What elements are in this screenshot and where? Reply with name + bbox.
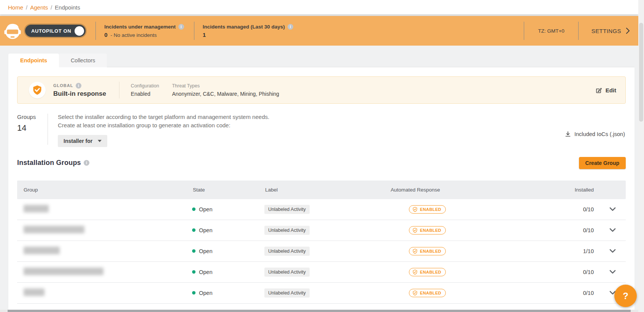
state-text: Open [199,227,212,233]
stat-label: Incidents under management [104,24,176,30]
builtin-response-card: GLOBAL i Built-in response Configuration… [17,76,626,104]
builtin-response-title: Built-in response [53,90,106,98]
redacted-group-name [24,226,84,233]
autopilot-banner: AUTOPILOT ON Incidents under management … [0,16,638,46]
table-row[interactable]: Open Unlabeled Activity ENABLED 0/10 [17,283,626,304]
state-open-dot [192,207,196,211]
included-iocs-download-link[interactable]: Included IoCs (.json) [565,121,625,147]
shield-check-icon [412,228,418,233]
label-chip: Unlabeled Activity [264,205,310,214]
chevron-down-icon[interactable] [599,228,626,232]
label-chip: Unlabeled Activity [264,226,310,235]
breadcrumb: Home / Agents / Endpoints [0,0,638,14]
groups-summary-section: Groups 14 Select the installer according… [17,113,626,147]
state-open-dot [192,291,196,295]
timezone-selector[interactable]: TZ: GMT+0 [524,22,578,40]
groups-count: 14 [17,123,48,133]
info-icon[interactable]: i [178,24,184,30]
configuration-field: Configuration Enabled [131,83,159,97]
settings-button[interactable]: SETTINGS [579,27,638,34]
stat-suffix: - No active incidents [110,32,157,38]
table-header-row: Group State Label Automated Response Ins… [17,181,626,199]
shield-check-icon [412,249,418,254]
installation-groups-table: Group State Label Automated Response Ins… [17,181,626,304]
help-button[interactable]: ? [614,285,637,307]
info-icon[interactable]: i [288,24,293,30]
create-group-button[interactable]: Create Group [579,157,626,169]
shield-check-icon [412,290,418,296]
banner-divider [194,22,194,40]
installer-for-dropdown[interactable]: Installer for [58,135,107,147]
table-row[interactable]: Open Unlabeled Activity ENABLED 0/10 [17,199,626,220]
redacted-group-name [24,205,49,212]
installation-groups-header: Installation Groups i Create Group [17,157,626,169]
table-row[interactable]: Open Unlabeled Activity ENABLED 0/10 [17,262,626,283]
automated-response-badge: ENABLED [409,289,446,297]
chevron-down-icon[interactable] [599,249,626,253]
info-icon[interactable]: i [76,83,81,89]
ioc-link-label: Included IoCs (.json) [574,131,625,137]
installed-count: 0/10 [561,227,599,233]
stat-value: 0 [104,32,107,38]
field-label: Threat Types [172,83,279,89]
automated-response-text: ENABLED [420,207,441,212]
info-icon[interactable]: i [84,160,89,166]
installed-count: 0/10 [561,206,599,212]
column-header-automated-response: Automated Response [390,187,561,193]
page-root: Home / Agents / Endpoints AUTOPILOT ON I… [0,0,644,312]
field-value: Anonymizer, C&C, Malware, Mining, Phishi… [172,91,279,97]
installer-description: Select the installer according to the ta… [58,113,271,130]
state-open-dot [192,249,196,253]
horizontal-scrollbar-thumb[interactable] [8,310,631,312]
settings-label: SETTINGS [592,28,621,34]
autopilot-toggle[interactable]: AUTOPILOT ON [25,25,86,37]
state-text: Open [199,248,212,254]
breadcrumb-separator: / [51,4,52,11]
chevron-down-icon[interactable] [599,207,626,211]
breadcrumb-agents-link[interactable]: Agents [30,4,48,11]
groups-divider [48,114,48,145]
table-row[interactable]: Open Unlabeled Activity ENABLED 1/10 [17,241,626,262]
column-header-installed: Installed [561,187,599,193]
state-open-dot [192,270,196,274]
stat-value: 1 [203,32,206,38]
column-header-label: Label [264,187,390,193]
caret-down-icon [98,140,102,142]
redacted-group-name [24,247,60,254]
breadcrumb-current-page: Endpoints [55,4,80,11]
autopilot-toggle-label: AUTOPILOT ON [31,28,71,34]
table-row[interactable]: Open Unlabeled Activity ENABLED 0/10 [17,220,626,241]
automated-response-badge: ENABLED [409,247,446,255]
toggle-knob [75,26,84,36]
automated-response-text: ENABLED [420,249,441,253]
state-text: Open [199,206,212,212]
banner-divider [95,22,96,40]
stat-incidents-managed: Incidents managed (Last 30 days) i 1 [203,24,293,38]
breadcrumb-separator: / [26,4,27,11]
tab-collectors[interactable]: Collectors [59,54,107,67]
horizontal-scrollbar[interactable] [0,310,638,312]
label-chip: Unlabeled Activity [264,247,310,256]
automated-response-badge: ENABLED [409,226,446,234]
redacted-group-name [24,268,103,275]
installer-for-label: Installer for [64,138,92,144]
tab-bar: Endpoints Collectors [8,54,107,67]
edit-button[interactable]: Edit [596,87,616,93]
label-chip: Unlabeled Activity [264,268,310,277]
breadcrumb-home-link[interactable]: Home [8,4,23,11]
installed-count: 0/10 [561,290,599,296]
column-header-state: State [192,187,264,193]
vertical-scrollbar[interactable] [638,0,644,310]
redacted-group-name [24,288,45,296]
edit-pencil-icon [596,87,602,93]
shield-check-icon [412,269,418,275]
automated-response-text: ENABLED [420,270,441,274]
download-icon [565,131,571,137]
chevron-down-icon[interactable] [599,270,626,274]
vertical-scrollbar-thumb[interactable] [639,23,643,122]
stat-label: Incidents managed (Last 30 days) [203,24,285,30]
table-body: Open Unlabeled Activity ENABLED 0/10 [17,199,626,304]
tab-endpoints[interactable]: Endpoints [8,54,59,67]
shield-check-icon [412,207,418,212]
shield-check-icon [29,82,46,98]
